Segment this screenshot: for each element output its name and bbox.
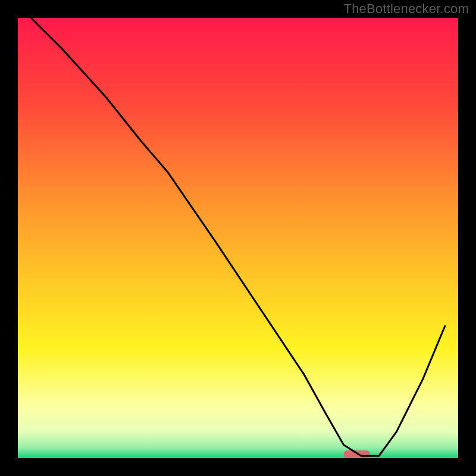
- frame: [0, 0, 18, 476]
- attribution-text: TheBottlenecker.com: [344, 1, 469, 17]
- plot-background: [18, 18, 458, 458]
- frame: [458, 0, 476, 476]
- frame: [0, 458, 476, 476]
- optimal-zone-marker: [344, 450, 370, 458]
- chart-stage: { "attribution": "TheBottlenecker.com", …: [0, 0, 476, 476]
- bottleneck-chart: [0, 0, 476, 476]
